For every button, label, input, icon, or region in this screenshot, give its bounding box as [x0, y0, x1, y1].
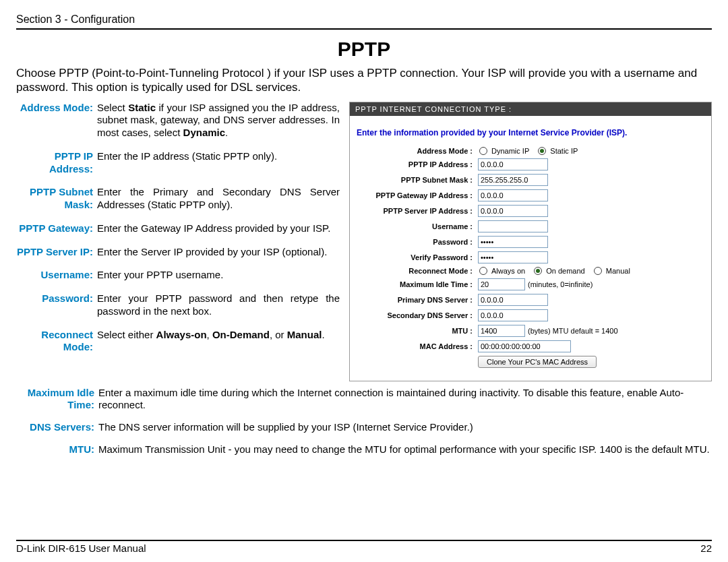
input-ip[interactable] — [478, 158, 548, 170]
input-password[interactable] — [478, 236, 548, 248]
radio-manual-label: Manual — [606, 267, 630, 275]
radio-ondemand[interactable] — [534, 267, 542, 275]
label-verify: Verify Password : — [357, 253, 478, 261]
section-header: Section 3 - Configuration — [16, 13, 712, 28]
page-title: PPTP — [16, 38, 712, 61]
def-gateway-label: PPTP Gateway: — [16, 222, 97, 235]
def-reconnect-desc: Select either Always-on, On-Demand, or M… — [97, 329, 340, 342]
def-mtu-label: MTU: — [16, 443, 98, 456]
def-server-ip-desc: Enter the Server IP provided by your ISP… — [97, 246, 340, 259]
input-pdns[interactable] — [478, 294, 548, 306]
radio-dynamic-ip-label: Dynamic IP — [491, 147, 529, 155]
router-config-panel: PPTP INTERNET CONNECTION TYPE : Enter th… — [349, 102, 712, 381]
def-maxidle-label: Maximum Idle Time: — [16, 387, 98, 412]
def-dns-label: DNS Servers: — [16, 421, 98, 434]
label-maxidle: Maximum Idle Time : — [357, 280, 478, 288]
radio-dynamic-ip[interactable] — [479, 147, 487, 155]
input-gateway[interactable] — [478, 189, 548, 201]
def-password-label: Password: — [16, 292, 97, 305]
label-password: Password : — [357, 238, 478, 246]
def-address-mode-desc: Select Static if your ISP assigned you t… — [97, 102, 340, 139]
label-mac: MAC Address : — [357, 342, 478, 350]
input-verify[interactable] — [478, 251, 548, 263]
label-mtu: MTU : — [357, 327, 478, 335]
label-gateway: PPTP Gateway IP Address : — [357, 191, 478, 199]
suffix-mtu: (bytes) MTU default = 1400 — [528, 327, 618, 335]
input-mac[interactable] — [478, 340, 571, 352]
input-username[interactable] — [478, 220, 548, 232]
def-pptp-ip-label: PPTP IP Address: — [16, 150, 97, 176]
def-server-ip-label: PPTP Server IP: — [16, 246, 97, 259]
footer-manual: D-Link DIR-615 User Manual — [16, 542, 146, 554]
footer-page: 22 — [700, 542, 712, 554]
def-password-desc: Enter your PPTP password and then retype… — [97, 292, 340, 318]
def-username-desc: Enter your PPTP username. — [97, 269, 340, 282]
radio-always-label: Always on — [491, 267, 525, 275]
radio-static-ip-label: Static IP — [550, 147, 578, 155]
label-ip: PPTP IP Address : — [357, 160, 478, 168]
label-subnet: PPTP Subnet Mask : — [357, 176, 478, 184]
label-pdns: Primary DNS Server : — [357, 296, 478, 304]
header-rule — [16, 28, 712, 30]
label-address-mode: Address Mode : — [357, 147, 478, 155]
radio-manual[interactable] — [594, 267, 602, 275]
router-instruction: Enter the information provided by your I… — [350, 116, 711, 147]
def-maxidle-desc: Enter a maximum idle time during which t… — [98, 387, 712, 412]
def-pptp-ip-desc: Enter the IP address (Static PPTP only). — [97, 150, 340, 163]
intro-text: Choose PPTP (Point-to-Point-Tunneling Pr… — [16, 66, 712, 95]
def-address-mode-label: Address Mode: — [16, 102, 97, 115]
input-sdns[interactable] — [478, 309, 548, 321]
label-username: Username : — [357, 222, 478, 230]
def-reconnect-label: Reconnect Mode: — [16, 329, 97, 354]
def-gateway-desc: Enter the Gateway IP Address provided by… — [97, 222, 340, 235]
label-server: PPTP Server IP Address : — [357, 207, 478, 215]
def-username-label: Username: — [16, 269, 97, 282]
input-subnet[interactable] — [478, 174, 548, 186]
input-mtu[interactable] — [478, 325, 525, 337]
input-maxidle[interactable] — [478, 278, 525, 290]
def-subnet-desc: Enter the Primary and Secondary DNS Serv… — [97, 186, 340, 212]
label-reconnect: Reconnect Mode : — [357, 267, 478, 275]
clone-mac-button[interactable]: Clone Your PC's MAC Address — [478, 356, 597, 368]
label-sdns: Secondary DNS Server : — [357, 311, 478, 319]
router-panel-title: PPTP INTERNET CONNECTION TYPE : — [350, 102, 711, 116]
def-subnet-label: PPTP Subnet Mask: — [16, 186, 97, 212]
input-server[interactable] — [478, 205, 548, 217]
radio-ondemand-label: On demand — [546, 267, 584, 275]
radio-static-ip[interactable] — [538, 147, 546, 155]
radio-always[interactable] — [479, 267, 487, 275]
def-dns-desc: The DNS server information will be suppl… — [98, 421, 712, 434]
def-mtu-desc: Maximum Transmission Unit - you may need… — [98, 443, 712, 456]
footer-rule — [16, 540, 712, 541]
suffix-maxidle: (minutes, 0=infinite) — [528, 280, 593, 288]
